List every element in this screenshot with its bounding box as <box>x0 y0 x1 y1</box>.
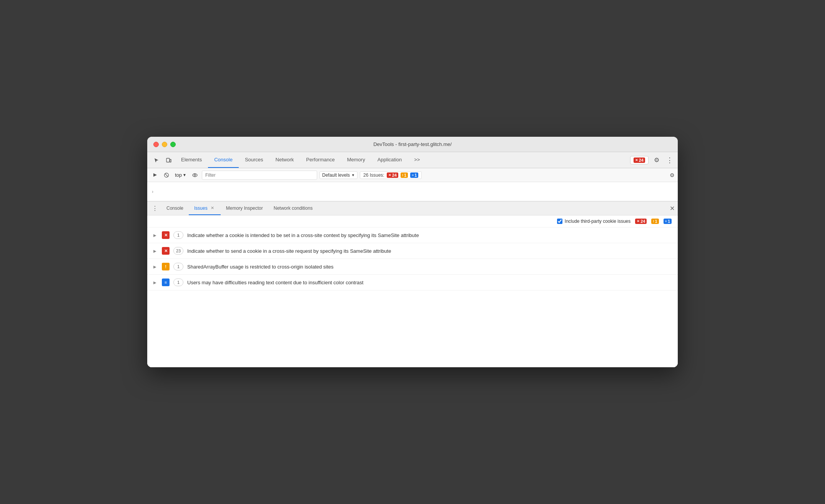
issue-text-0: Indicate whether a cookie is intended to… <box>187 232 419 238</box>
tab-application[interactable]: Application <box>371 152 408 168</box>
execute-icon[interactable] <box>150 171 160 180</box>
drawer-tab-network-conditions[interactable]: Network conditions <box>268 202 318 215</box>
maximize-button[interactable] <box>170 142 176 147</box>
drawer-tab-bar: ⋮ Console Issues ✕ Memory Inspector Netw… <box>147 202 678 216</box>
console-settings-button[interactable]: ⚙ <box>670 172 675 178</box>
eye-icon[interactable] <box>190 171 200 180</box>
settings-button[interactable]: ⚙ <box>651 154 662 166</box>
issue-count-badge-2: 1 <box>173 263 183 270</box>
drawer-close-button[interactable]: ✕ <box>670 205 675 212</box>
main-nav-tabs: Elements Console Sources Network Perform… <box>175 152 630 168</box>
minimize-button[interactable] <box>162 142 167 147</box>
window-title: DevTools - first-party-test.glitch.me/ <box>373 141 452 147</box>
svg-rect-0 <box>166 158 170 162</box>
tab-network[interactable]: Network <box>269 152 300 168</box>
issue-text-3: Users may have difficulties reading text… <box>187 280 363 285</box>
issues-panel-info-badge: ≡ 1 <box>664 219 672 224</box>
issue-row-2[interactable]: ▶ ! 1 SharedArrayBuffer usage is restric… <box>147 259 678 275</box>
issues-panel: Include third-party cookie issues ✕ 24 !… <box>147 216 678 367</box>
issues-filter-bar: Include third-party cookie issues ✕ 24 !… <box>147 216 678 227</box>
default-levels-button[interactable]: Default levels ▼ <box>319 171 358 179</box>
console-prompt-icon: › <box>152 189 153 194</box>
traffic-lights <box>153 142 176 147</box>
issue-row-0[interactable]: ▶ ✕ 1 Indicate whether a cookie is inten… <box>147 227 678 243</box>
close-button[interactable] <box>153 142 159 147</box>
issues-empty-space <box>147 290 678 367</box>
issue-expand-3[interactable]: ▶ <box>153 280 158 285</box>
issue-row-1[interactable]: ▶ ✕ 23 Indicate whether to send a cookie… <box>147 243 678 259</box>
drawer-tab-memory-inspector[interactable]: Memory Inspector <box>221 202 268 215</box>
devtools-window: DevTools - first-party-test.glitch.me/ E… <box>147 137 678 367</box>
toolbar-error-badge: ✕ 24 <box>387 172 398 178</box>
title-bar: DevTools - first-party-test.glitch.me/ <box>147 137 678 152</box>
issue-text-2: SharedArrayBuffer usage is restricted to… <box>187 264 334 270</box>
issues-count-badge[interactable]: ✕ 24 <box>630 156 649 164</box>
ban-icon[interactable] <box>162 171 171 180</box>
context-selector[interactable]: top ▼ <box>173 171 188 179</box>
issue-expand-1[interactable]: ▶ <box>153 249 158 253</box>
drawer-tab-console[interactable]: Console <box>161 202 189 215</box>
third-party-checkbox[interactable] <box>557 219 562 224</box>
svg-rect-1 <box>170 159 171 162</box>
drawer-tab-close-issues[interactable]: ✕ <box>210 206 215 211</box>
tab-console[interactable]: Console <box>208 152 239 168</box>
device-toggle-icon[interactable] <box>163 154 175 166</box>
issue-error-icon-0: ✕ <box>162 231 170 239</box>
tab-performance[interactable]: Performance <box>300 152 341 168</box>
drawer-tab-issues[interactable]: Issues ✕ <box>189 202 221 215</box>
svg-marker-2 <box>153 173 157 177</box>
svg-point-6 <box>194 174 196 176</box>
main-error-badge: ✕ 24 <box>634 158 645 163</box>
filter-input[interactable] <box>202 171 317 180</box>
toolbar-info-badge: ≡ 1 <box>410 172 418 178</box>
console-output-area: › <box>147 182 678 201</box>
third-party-checkbox-label[interactable]: Include third-party cookie issues <box>557 219 630 224</box>
toolbar-right: ✕ 24 ⚙ ⋮ <box>630 154 675 166</box>
more-tabs-button[interactable]: >> <box>408 152 426 168</box>
issue-error-icon-1: ✕ <box>162 247 170 255</box>
drawer-panel: ⋮ Console Issues ✕ Memory Inspector Netw… <box>147 201 678 367</box>
issue-expand-2[interactable]: ▶ <box>153 265 158 269</box>
drawer-more-button[interactable]: ⋮ <box>150 204 160 213</box>
toolbar-warning-badge: ! 1 <box>401 172 408 178</box>
main-toolbar: Elements Console Sources Network Perform… <box>147 152 678 168</box>
issue-warning-icon-2: ! <box>162 263 170 270</box>
issues-panel-error-badge: ✕ 24 <box>635 219 647 224</box>
console-toolbar: top ▼ Default levels ▼ 26 Issues: ✕ 24 !… <box>147 168 678 182</box>
svg-point-5 <box>193 174 197 177</box>
issue-expand-0[interactable]: ▶ <box>153 233 158 237</box>
tab-elements[interactable]: Elements <box>175 152 208 168</box>
tab-sources[interactable]: Sources <box>239 152 269 168</box>
issue-count-badge-0: 1 <box>173 231 183 239</box>
issue-row-3[interactable]: ▶ ≡ 1 Users may have difficulties readin… <box>147 275 678 290</box>
svg-line-4 <box>165 174 168 177</box>
issues-panel-warning-badge: ! 1 <box>651 219 659 224</box>
cursor-icon[interactable] <box>151 154 162 166</box>
more-options-button[interactable]: ⋮ <box>665 156 675 164</box>
tab-memory[interactable]: Memory <box>341 152 371 168</box>
issue-info-icon-3: ≡ <box>162 279 170 286</box>
issue-text-1: Indicate whether to send a cookie in a c… <box>187 248 391 254</box>
issues-count-bar[interactable]: 26 Issues: ✕ 24 ! 1 ≡ 1 <box>360 171 422 179</box>
issue-count-badge-3: 1 <box>173 279 183 286</box>
issue-count-badge-1: 23 <box>173 247 183 255</box>
